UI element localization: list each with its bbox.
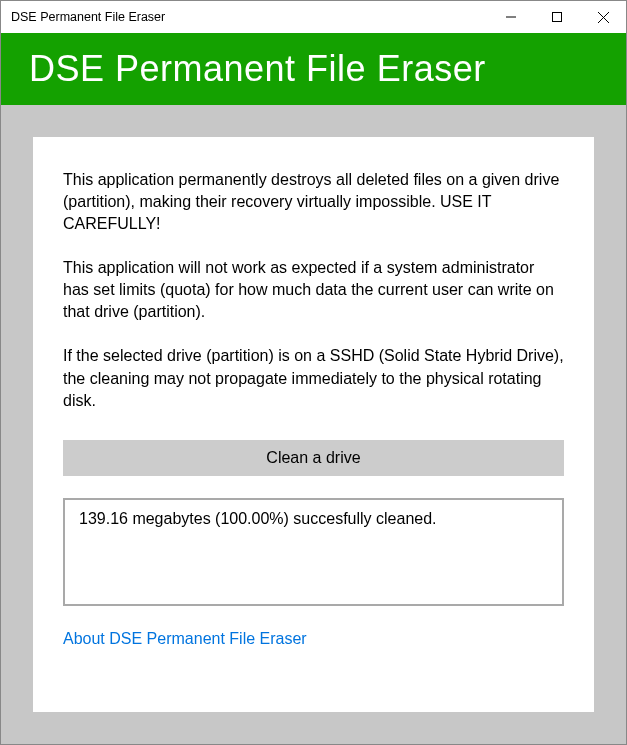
description-paragraph-3: If the selected drive (partition) is on … (63, 345, 564, 411)
minimize-icon (506, 12, 516, 22)
window-title: DSE Permanent File Eraser (11, 10, 165, 24)
banner-title: DSE Permanent File Eraser (29, 48, 486, 90)
maximize-icon (552, 12, 562, 22)
svg-rect-1 (553, 13, 562, 22)
about-link[interactable]: About DSE Permanent File Eraser (63, 630, 307, 648)
description-paragraph-1: This application permanently destroys al… (63, 169, 564, 235)
titlebar-controls (488, 1, 626, 33)
main-card: This application permanently destroys al… (33, 137, 594, 712)
titlebar: DSE Permanent File Eraser (1, 1, 626, 33)
status-text: 139.16 megabytes (100.00%) succesfully c… (79, 510, 437, 527)
status-output: 139.16 megabytes (100.00%) succesfully c… (63, 498, 564, 606)
banner: DSE Permanent File Eraser (1, 33, 626, 105)
maximize-button[interactable] (534, 1, 580, 33)
close-icon (598, 12, 609, 23)
minimize-button[interactable] (488, 1, 534, 33)
clean-drive-button[interactable]: Clean a drive (63, 440, 564, 476)
app-window: DSE Permanent File Eraser DSE Permanent (0, 0, 627, 745)
close-button[interactable] (580, 1, 626, 33)
description-paragraph-2: This application will not work as expect… (63, 257, 564, 323)
description: This application permanently destroys al… (63, 169, 564, 440)
body-area: This application permanently destroys al… (1, 105, 626, 744)
